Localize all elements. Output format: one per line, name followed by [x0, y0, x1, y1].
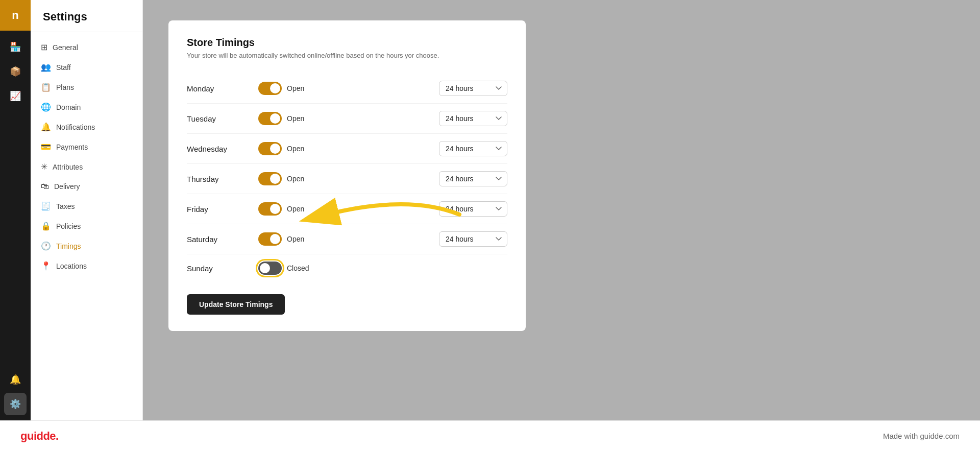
timing-row-sunday: Sunday Closed — [187, 254, 507, 282]
hours-select-wednesday[interactable]: 24 hours Custom hours — [439, 141, 507, 156]
sidebar-item-staff-label: Staff — [56, 63, 71, 72]
section-subtitle: Your store will be automatically switche… — [187, 52, 507, 59]
sidebar-item-notifications[interactable]: 🔔 Notifications — [31, 117, 142, 137]
timing-row-monday: Monday Open 24 hours Custom hours — [187, 74, 507, 104]
nav-icon-store[interactable]: 🏪 — [4, 36, 27, 58]
sidebar-item-plans[interactable]: 📋 Plans — [31, 77, 142, 97]
toggle-slider-sunday — [258, 262, 282, 275]
settings-panel: Store Timings Your store will be automat… — [168, 20, 526, 331]
sidebar-item-staff[interactable]: 👥 Staff — [31, 57, 142, 77]
nav-icon-analytics[interactable]: 📈 — [4, 85, 27, 107]
timing-row-friday: Friday Open 24 hours Custom hours — [187, 194, 507, 224]
sidebar: Settings ⊞ General 👥 Staff 📋 Plans 🌐 Dom… — [31, 0, 143, 420]
main-area: Store Timings Your store will be automat… — [143, 0, 980, 420]
section-title: Store Timings — [187, 37, 507, 49]
toggle-sunday[interactable] — [258, 262, 282, 275]
toggle-area-saturday: Open — [258, 232, 340, 246]
sidebar-item-payments[interactable]: 💳 Payments — [31, 137, 142, 157]
status-sunday: Closed — [287, 264, 309, 272]
footer: guidde. Made with guidde.com — [0, 420, 980, 451]
hours-select-tuesday[interactable]: 24 hours Custom hours — [439, 111, 507, 126]
nav-icon-bell[interactable]: 🔔 — [4, 368, 27, 391]
toggle-saturday[interactable] — [258, 232, 282, 246]
toggle-slider-wednesday — [258, 142, 282, 155]
sidebar-item-policies[interactable]: 🔒 Policies — [31, 216, 142, 236]
icon-bar-bottom: 🔔 ⚙️ — [4, 363, 27, 420]
toggle-slider-saturday — [258, 232, 282, 246]
day-friday: Friday — [187, 205, 258, 213]
status-monday: Open — [287, 84, 304, 92]
sidebar-nav: ⊞ General 👥 Staff 📋 Plans 🌐 Domain 🔔 Not… — [31, 32, 142, 420]
status-wednesday: Open — [287, 145, 304, 153]
plans-icon: 📋 — [41, 82, 51, 92]
sidebar-item-general[interactable]: ⊞ General — [31, 37, 142, 57]
toggle-wednesday[interactable] — [258, 142, 282, 155]
toggle-tuesday[interactable] — [258, 112, 282, 125]
toggle-slider-monday — [258, 82, 282, 95]
toggle-area-monday: Open — [258, 82, 340, 95]
status-thursday: Open — [287, 175, 304, 183]
timing-row-thursday: Thursday Open 24 hours Custom hours — [187, 164, 507, 194]
sidebar-item-notifications-label: Notifications — [56, 123, 95, 131]
icon-bar-items: 🏪 📦 📈 — [4, 31, 27, 363]
taxes-icon: 🧾 — [41, 201, 51, 211]
sidebar-item-plans-label: Plans — [56, 83, 74, 91]
day-thursday: Thursday — [187, 175, 258, 183]
locations-icon: 📍 — [41, 261, 51, 271]
timing-row-wednesday: Wednesday Open 24 hours Custom hours — [187, 134, 507, 164]
status-friday: Open — [287, 205, 304, 213]
hours-select-friday[interactable]: 24 hours Custom hours — [439, 201, 507, 217]
sidebar-item-delivery[interactable]: 🛍 Delivery — [31, 177, 142, 196]
timing-row-saturday: Saturday Open 24 hours Custom hours — [187, 224, 507, 254]
sidebar-item-timings[interactable]: 🕐 Timings — [31, 236, 142, 256]
sidebar-item-locations-label: Locations — [56, 262, 87, 270]
domain-icon: 🌐 — [41, 102, 51, 112]
timings-icon: 🕐 — [41, 241, 51, 251]
nav-icon-settings[interactable]: ⚙️ — [4, 393, 27, 415]
sidebar-item-payments-label: Payments — [56, 143, 88, 151]
general-icon: ⊞ — [41, 42, 47, 52]
sidebar-item-domain-label: Domain — [56, 103, 81, 111]
toggle-area-thursday: Open — [258, 172, 340, 185]
toggle-monday[interactable] — [258, 82, 282, 95]
toggle-slider-friday — [258, 202, 282, 216]
sidebar-item-taxes[interactable]: 🧾 Taxes — [31, 196, 142, 216]
day-wednesday: Wednesday — [187, 145, 258, 153]
sidebar-title: Settings — [31, 0, 142, 32]
staff-icon: 👥 — [41, 62, 51, 72]
app-logo[interactable]: n — [0, 0, 31, 31]
footer-brand: guidde. — [20, 430, 59, 443]
status-tuesday: Open — [287, 114, 304, 123]
hours-select-thursday[interactable]: 24 hours Custom hours — [439, 171, 507, 186]
day-tuesday: Tuesday — [187, 114, 258, 123]
policies-icon: 🔒 — [41, 221, 51, 231]
attributes-icon: ✳ — [41, 162, 47, 172]
update-store-timings-button[interactable]: Update Store Timings — [187, 294, 285, 315]
sidebar-item-delivery-label: Delivery — [54, 182, 80, 191]
sidebar-item-taxes-label: Taxes — [56, 202, 75, 210]
hours-select-monday[interactable]: 24 hours Custom hours — [439, 81, 507, 96]
footer-tagline: Made with guidde.com — [883, 432, 960, 440]
sidebar-item-policies-label: Policies — [56, 222, 81, 230]
toggle-area-wednesday: Open — [258, 142, 340, 155]
toggle-area-friday: Open — [258, 202, 340, 216]
toggle-friday[interactable] — [258, 202, 282, 216]
delivery-icon: 🛍 — [41, 182, 49, 191]
hours-select-saturday[interactable]: 24 hours Custom hours — [439, 231, 507, 247]
sidebar-item-attributes-label: Attributes — [53, 163, 83, 171]
sidebar-item-domain[interactable]: 🌐 Domain — [31, 97, 142, 117]
payments-icon: 💳 — [41, 142, 51, 152]
sidebar-item-timings-label: Timings — [56, 242, 81, 250]
toggle-area-tuesday: Open — [258, 112, 340, 125]
sidebar-item-general-label: General — [53, 43, 78, 52]
sidebar-item-attributes[interactable]: ✳ Attributes — [31, 157, 142, 177]
day-saturday: Saturday — [187, 235, 258, 244]
toggle-thursday[interactable] — [258, 172, 282, 185]
toggle-slider-tuesday — [258, 112, 282, 125]
day-monday: Monday — [187, 84, 258, 93]
main-scroll: Store Timings Your store will be automat… — [143, 0, 980, 420]
sidebar-item-locations[interactable]: 📍 Locations — [31, 256, 142, 276]
notifications-icon: 🔔 — [41, 122, 51, 132]
icon-bar: n 🏪 📦 📈 🔔 ⚙️ — [0, 0, 31, 420]
nav-icon-orders[interactable]: 📦 — [4, 60, 27, 83]
